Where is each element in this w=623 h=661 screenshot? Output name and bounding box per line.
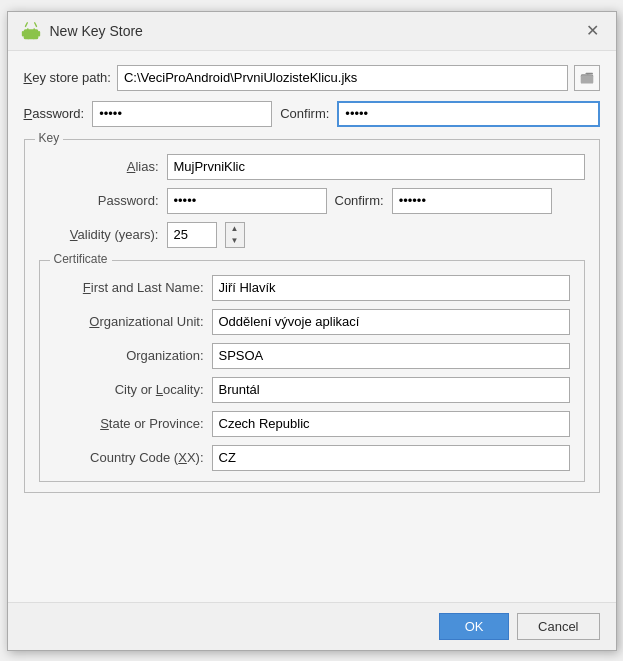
city-row: City or Locality:	[54, 377, 570, 403]
keystore-password-input[interactable]	[92, 101, 272, 127]
browse-button[interactable]	[574, 65, 600, 91]
spin-down-button[interactable]: ▼	[226, 235, 244, 247]
keystore-path-row: Key store path:	[24, 65, 600, 91]
svg-point-1	[26, 28, 28, 30]
svg-line-4	[34, 22, 36, 26]
cancel-button[interactable]: Cancel	[517, 613, 599, 640]
country-label: Country Code (XX):	[54, 450, 204, 465]
first-last-input[interactable]	[212, 275, 570, 301]
svg-rect-10	[580, 75, 592, 83]
svg-rect-7	[27, 35, 29, 39]
org-unit-input[interactable]	[212, 309, 570, 335]
org-input[interactable]	[212, 343, 570, 369]
validity-label: Validity (years):	[39, 227, 159, 242]
first-last-label: First and Last Name:	[54, 280, 204, 295]
keystore-path-label: Key store path:	[24, 70, 111, 85]
folder-icon	[580, 71, 594, 85]
key-password-input[interactable]	[167, 188, 327, 214]
certificate-section: Certificate First and Last Name: Organiz…	[39, 260, 585, 482]
state-label: State or Province:	[54, 416, 204, 431]
keystore-confirm-label: Confirm:	[280, 106, 329, 121]
svg-point-2	[33, 28, 35, 30]
city-input[interactable]	[212, 377, 570, 403]
validity-spinner[interactable]: ▲ ▼	[225, 222, 245, 248]
country-row: Country Code (XX):	[54, 445, 570, 471]
dialog-body: Key store path: Password: Confirm:	[8, 51, 616, 602]
first-last-row: First and Last Name:	[54, 275, 570, 301]
org-unit-label: Organizational Unit:	[54, 314, 204, 329]
key-section: Key Alias: Password: Confirm: Validity (…	[24, 139, 600, 493]
key-section-title: Key	[35, 131, 64, 145]
key-password-label: Password:	[39, 193, 159, 208]
keystore-password-row: Password: Confirm:	[24, 101, 600, 127]
validity-row: Validity (years): ▲ ▼	[39, 222, 585, 248]
close-button[interactable]: ✕	[582, 20, 604, 42]
keystore-confirm-input[interactable]	[337, 101, 599, 127]
alias-input[interactable]	[167, 154, 585, 180]
dialog-footer: OK Cancel	[8, 602, 616, 650]
key-password-row: Password: Confirm:	[39, 188, 585, 214]
android-icon	[20, 20, 42, 42]
svg-rect-8	[32, 35, 34, 39]
new-key-store-dialog: New Key Store ✕ Key store path: Pas	[7, 11, 617, 651]
org-unit-row: Organizational Unit:	[54, 309, 570, 335]
org-row: Organization:	[54, 343, 570, 369]
key-confirm-label: Confirm:	[335, 193, 384, 208]
certificate-title: Certificate	[50, 252, 112, 266]
svg-line-3	[25, 22, 27, 26]
key-inner: Alias: Password: Confirm: Validity (year…	[39, 154, 585, 482]
country-input[interactable]	[212, 445, 570, 471]
org-label: Organization:	[54, 348, 204, 363]
keystore-password-label: Password:	[24, 106, 85, 121]
state-row: State or Province:	[54, 411, 570, 437]
state-input[interactable]	[212, 411, 570, 437]
alias-label: Alias:	[39, 159, 159, 174]
svg-rect-5	[21, 31, 23, 37]
svg-rect-0	[23, 29, 38, 39]
alias-row: Alias:	[39, 154, 585, 180]
city-label: City or Locality:	[54, 382, 204, 397]
certificate-inner: First and Last Name: Organizational Unit…	[54, 275, 570, 471]
validity-input[interactable]	[167, 222, 217, 248]
dialog-title: New Key Store	[50, 23, 143, 39]
keystore-path-input[interactable]	[117, 65, 568, 91]
key-confirm-input[interactable]	[392, 188, 552, 214]
svg-rect-6	[37, 31, 39, 37]
title-bar-left: New Key Store	[20, 20, 143, 42]
ok-button[interactable]: OK	[439, 613, 509, 640]
title-bar: New Key Store ✕	[8, 12, 616, 51]
spin-up-button[interactable]: ▲	[226, 223, 244, 235]
